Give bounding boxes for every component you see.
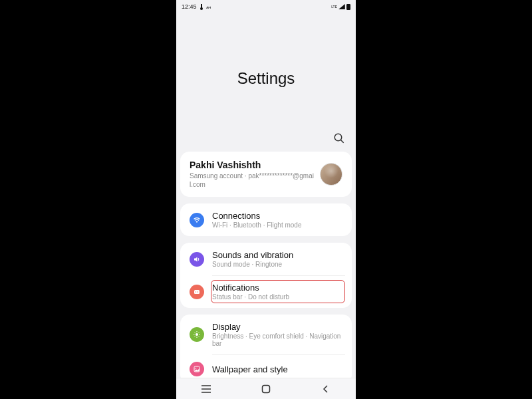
phone-screen: 12:45 ᴀᴍ LTE Settings Pakhi Vashishth Sa… (176, 0, 356, 399)
svg-rect-22 (263, 385, 270, 392)
svg-line-15 (195, 336, 196, 337)
svg-point-2 (334, 134, 342, 141)
row-title: Notifications (212, 283, 342, 293)
account-name: Pakhi Vashishth (190, 160, 315, 170)
signal-icon (338, 4, 345, 9)
status-ampm-icon: ᴀᴍ (206, 5, 211, 9)
account-sub: Samsung account · pak*************@gmail… (190, 172, 315, 189)
settings-row-sounds-and-vibration[interactable]: Sounds and vibrationSound mode · Rington… (180, 243, 352, 275)
home-icon (261, 384, 271, 394)
row-title: Display (212, 322, 342, 332)
row-sub: Brightness · Eye comfort shield · Naviga… (212, 332, 342, 347)
svg-point-1 (200, 7, 203, 10)
svg-point-7 (198, 291, 198, 292)
back-icon (322, 385, 330, 393)
row-sub: Wi-Fi · Bluetooth · Flight mode (212, 221, 342, 229)
row-title: Connections (212, 211, 342, 221)
svg-point-6 (196, 291, 196, 292)
row-text: Wallpaper and style (212, 364, 342, 374)
status-bar: 12:45 ᴀᴍ LTE (176, 0, 356, 12)
nav-bar (176, 378, 356, 399)
search-button[interactable] (332, 131, 346, 146)
recents-icon (201, 385, 211, 393)
settings-group: Sounds and vibrationSound mode · Rington… (180, 243, 352, 308)
settings-group: ConnectionsWi-Fi · Bluetooth · Flight mo… (180, 203, 352, 236)
svg-point-4 (196, 221, 197, 222)
notif-icon (190, 285, 204, 299)
settings-row-notifications[interactable]: NotificationsStatus bar · Do not disturb (180, 275, 352, 308)
battery-icon (346, 4, 350, 10)
svg-line-16 (199, 332, 200, 333)
row-title: Wallpaper and style (212, 364, 342, 374)
row-text: Sounds and vibrationSound mode · Rington… (212, 250, 342, 268)
settings-group: DisplayBrightness · Eye comfort shield ·… (180, 315, 352, 378)
status-net-label: LTE (331, 5, 337, 9)
svg-point-8 (196, 333, 198, 336)
svg-line-13 (195, 332, 196, 333)
settings-row-display[interactable]: DisplayBrightness · Eye comfort shield ·… (180, 315, 352, 354)
sound-icon (190, 252, 204, 267)
row-text: DisplayBrightness · Eye comfort shield ·… (212, 322, 342, 347)
status-time: 12:45 (182, 3, 197, 10)
search-row (176, 125, 356, 152)
row-sub: Sound mode · Ringtone (212, 261, 342, 268)
wallpaper-icon (190, 362, 204, 376)
svg-line-3 (340, 140, 344, 143)
settings-content[interactable]: Pakhi Vashishth Samsung account · pak***… (176, 152, 356, 378)
nav-back[interactable] (313, 385, 339, 393)
row-title: Sounds and vibration (212, 250, 342, 260)
avatar (320, 163, 342, 186)
wifi-icon (190, 213, 204, 227)
nav-recents[interactable] (193, 385, 219, 393)
svg-line-14 (199, 336, 200, 337)
thermometer-icon (200, 4, 203, 10)
header: Settings (176, 12, 356, 125)
display-icon (190, 327, 204, 342)
search-icon (333, 132, 345, 144)
page-title: Settings (237, 69, 295, 88)
account-card[interactable]: Pakhi Vashishth Samsung account · pak***… (180, 152, 352, 197)
settings-row-connections[interactable]: ConnectionsWi-Fi · Bluetooth · Flight mo… (180, 203, 352, 236)
nav-home[interactable] (253, 384, 279, 394)
row-sub: Status bar · Do not disturb (212, 293, 342, 301)
settings-row-wallpaper-and-style[interactable]: Wallpaper and style (180, 354, 352, 378)
row-text: ConnectionsWi-Fi · Bluetooth · Flight mo… (212, 211, 342, 229)
svg-point-18 (196, 368, 197, 369)
svg-rect-5 (194, 290, 200, 294)
row-text: NotificationsStatus bar · Do not disturb (211, 280, 345, 303)
